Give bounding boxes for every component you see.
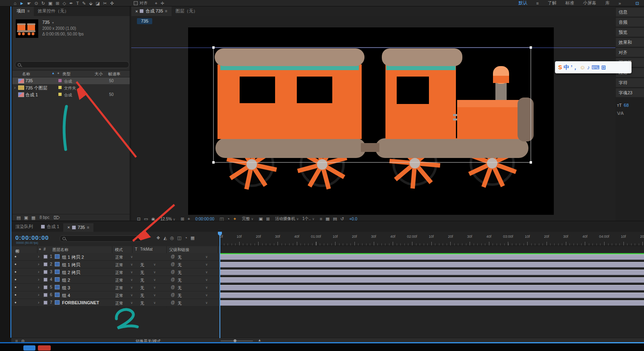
layer-duration-bar[interactable]	[220, 270, 644, 275]
expand-icon[interactable]: ›	[38, 269, 39, 274]
pickwhip-icon[interactable]: @	[171, 270, 175, 274]
parent-select[interactable]: 无	[178, 262, 182, 268]
motion-blur-icon[interactable]: ◔	[184, 235, 187, 241]
layer-name[interactable]: 组 1 拷贝 2	[62, 254, 84, 260]
zoom-select[interactable]: 12.5%∨	[160, 217, 175, 221]
close-icon[interactable]: ×	[135, 9, 138, 14]
mode-dropdown-icon[interactable]: ∨	[130, 286, 133, 289]
parent-dropdown-icon[interactable]: ∨	[205, 286, 208, 289]
layer-row-3[interactable]: ● › 3 组 2 拷贝 正常 ∨ 无 ∨ @ 无 ∨	[11, 268, 219, 276]
draft-3d-icon[interactable]: ◭	[164, 235, 167, 241]
layer-name[interactable]: 组 2	[62, 277, 70, 283]
timeline-track-area[interactable]: 0f10f20f30f40f01:00f10f20f30f40f02:00f10…	[219, 232, 644, 338]
expand-icon[interactable]: ›	[38, 277, 39, 282]
trkmat-select[interactable]: 无	[140, 285, 144, 291]
mode-select[interactable]: 正常	[115, 278, 123, 283]
color-depth-button[interactable]: 8 bpc	[39, 215, 49, 220]
trkmat-select[interactable]: 无	[140, 270, 144, 276]
parent-select[interactable]: 无	[178, 278, 182, 283]
frame-blending-icon[interactable]: ◫	[177, 235, 181, 241]
current-time-display[interactable]: 0:00:00:00	[15, 234, 49, 241]
panel-tab-字符[interactable]: 字符	[616, 78, 644, 87]
label-color-chip[interactable]	[58, 86, 62, 89]
layer-row-2[interactable]: ● › 2 组 1 拷贝 正常 ∨ 无 ∨ @ 无 ∨	[11, 261, 219, 268]
layer-duration-bar[interactable]	[220, 277, 644, 283]
trkmat-dropdown-icon[interactable]: ∨	[153, 278, 156, 282]
layer-row-7[interactable]: ● › 7 FORBEIJIINGNET 正常 ∨ 无 ∨ @ 无 ∨	[11, 299, 219, 307]
label-color-chip[interactable]	[58, 79, 62, 82]
panel-menu-icon[interactable]: ≡	[27, 9, 30, 13]
time-ruler[interactable]: 0f10f20f30f40f01:00f10f20f30f40f02:00f10…	[220, 232, 644, 246]
player-control-red[interactable]	[38, 345, 51, 351]
ime-toolbar[interactable]: S中’，☺♪⌨⊞	[555, 61, 632, 73]
tab-effect-controls[interactable]: 效果控件（无）	[34, 6, 73, 16]
close-icon[interactable]: ×	[67, 225, 70, 230]
kerning-control[interactable]: V∕A	[617, 111, 644, 116]
work-area-bar[interactable]	[220, 253, 644, 254]
mode-dropdown-icon[interactable]: ∨	[130, 255, 133, 259]
workspace-item[interactable]: 小屏幕	[583, 0, 596, 6]
layer-duration-bar[interactable]	[220, 254, 644, 260]
visibility-toggle[interactable]: ●	[14, 262, 17, 266]
parent-dropdown-icon[interactable]: ∨	[205, 301, 208, 305]
visibility-toggle[interactable]: ●	[14, 255, 17, 258]
snapping-icon[interactable]: ✛	[161, 0, 164, 6]
project-row-folder[interactable]: › 735 个图层 文件夹	[12, 84, 130, 91]
mask-feather-icon[interactable]: ⌖	[155, 0, 157, 6]
panel-menu-icon[interactable]: ≡	[87, 225, 89, 230]
delete-icon[interactable]: ⌦	[54, 215, 60, 220]
panel-menu-icon[interactable]: ≡	[165, 9, 168, 13]
layer-name[interactable]: 组 4	[62, 293, 70, 299]
workspace-item[interactable]: »	[619, 1, 621, 6]
align-checkbox[interactable]	[134, 1, 138, 5]
mode-select[interactable]: 正常	[115, 262, 123, 268]
emoji-picker-icon[interactable]: ☺	[580, 64, 585, 70]
zoom-tool-icon[interactable]: ⊙	[34, 0, 38, 6]
layer-duration-bar[interactable]	[220, 262, 644, 268]
exposure-value[interactable]: +0.0	[349, 217, 357, 221]
workspace-item[interactable]: 库	[605, 0, 610, 6]
expand-icon[interactable]: ›	[38, 292, 39, 297]
tab-project[interactable]: 项目 ≡	[12, 6, 34, 16]
font-size-control[interactable]: тT68	[617, 103, 644, 108]
label-color-chip[interactable]	[58, 93, 62, 96]
parent-select[interactable]: 无	[178, 293, 182, 299]
puppet-pin-tool-icon[interactable]: ✜	[110, 0, 114, 6]
interpret-footage-icon[interactable]: ▤	[17, 215, 21, 220]
parent-dropdown-icon[interactable]: ∨	[205, 278, 208, 282]
layer-row-4[interactable]: ● › 4 组 2 正常 ∨ 无 ∨ @ 无 ∨	[11, 276, 219, 284]
align-option[interactable]: 对齐	[134, 0, 147, 6]
label-color-chip[interactable]	[43, 301, 48, 305]
panel-tab-预览[interactable]: 预览	[616, 28, 644, 37]
trkmat-dropdown-icon[interactable]: ∨	[153, 263, 156, 266]
layer-column-header[interactable]: ◉◁○▢ ✦ # 图层名称 模式 T TrkMat 父级和链接	[11, 246, 219, 253]
hide-shy-layers-icon[interactable]: ◎	[170, 235, 174, 241]
expand-icon[interactable]: ›	[38, 254, 39, 259]
trkmat-dropdown-icon[interactable]: ∨	[153, 286, 156, 289]
selection-tool-icon[interactable]: ►	[20, 0, 24, 6]
workspace-item[interactable]: 标准	[565, 0, 574, 6]
label-color-chip[interactable]	[43, 270, 48, 274]
trkmat-dropdown-icon[interactable]: ∨	[153, 301, 156, 305]
workspace-item[interactable]: 了解	[548, 0, 557, 6]
label-column-icon[interactable]: ✦	[57, 71, 60, 75]
preview-comp-name[interactable]: 735	[42, 20, 50, 25]
mode-select[interactable]: 正常	[115, 255, 123, 260]
chinese-mode-icon[interactable]: 中	[563, 64, 569, 70]
expand-icon[interactable]: ›	[38, 262, 39, 266]
font-size-value[interactable]: 68	[624, 103, 629, 108]
pen-tool-icon[interactable]: ✒	[69, 0, 73, 6]
column-size[interactable]: 大小	[95, 71, 103, 77]
tab-735[interactable]: × 735 ≡	[63, 223, 93, 232]
layer-name[interactable]: 组 1 拷贝	[62, 262, 80, 268]
trkmat-dropdown-icon[interactable]: ∨	[153, 293, 156, 297]
mode-select[interactable]: 正常	[115, 285, 123, 291]
project-search-input[interactable]	[15, 61, 129, 68]
timeline-zoom-slider[interactable]	[221, 341, 253, 341]
mode-select[interactable]: 正常	[115, 270, 123, 276]
expand-icon[interactable]: ›	[38, 285, 39, 289]
parent-select[interactable]: 无	[178, 301, 182, 306]
pickwhip-icon[interactable]: @	[171, 293, 175, 297]
visibility-toggle[interactable]: ●	[14, 301, 17, 304]
current-time-indicator[interactable]	[219, 232, 220, 338]
